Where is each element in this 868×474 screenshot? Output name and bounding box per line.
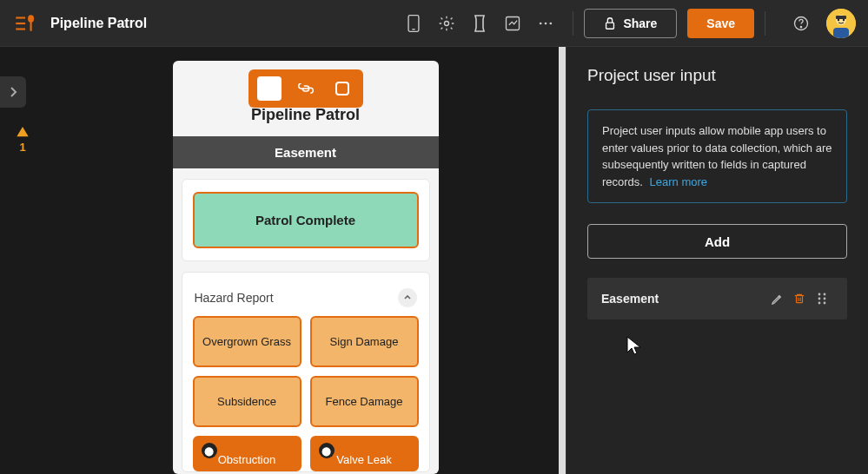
svg-point-18 [838,18,839,20]
svg-point-8 [540,22,542,24]
settings-icon[interactable] [432,9,461,38]
offline-icon[interactable] [465,9,494,38]
svg-point-28 [818,298,821,300]
divider [573,11,573,36]
svg-rect-20 [264,83,275,94]
help-icon[interactable] [786,9,816,38]
learn-more-link[interactable]: Learn more [650,175,707,188]
svg-rect-23 [797,296,803,303]
svg-point-19 [843,18,845,20]
hazard-chip-linked[interactable]: ⬤ Valve Leak [310,436,419,471]
app-logo[interactable] [12,11,36,36]
svg-point-29 [824,298,826,300]
svg-point-31 [824,302,826,305]
save-button[interactable]: Save [687,9,754,38]
more-icon[interactable] [531,9,560,38]
svg-point-10 [550,22,553,24]
analytics-icon[interactable] [498,9,527,38]
edit-icon[interactable] [765,293,788,306]
preview-section-bar[interactable]: Easement [173,136,439,168]
warning-indicator[interactable]: 1 [16,125,30,154]
share-label: Share [623,16,657,30]
project-title: Pipeline Patrol [50,16,147,31]
hazard-chip[interactable]: Overgrown Grass [193,316,301,367]
hazard-chip[interactable]: Subsidence [193,376,301,427]
hazard-chip[interactable]: Sign Damage [310,316,419,367]
preview-card-hazard: Hazard Report Overgrown Grass Sign Damag… [182,272,430,472]
expand-panel-button[interactable] [0,76,26,108]
tool-container-icon[interactable] [330,76,354,101]
tool-page-icon[interactable] [257,76,282,101]
svg-rect-22 [336,82,348,95]
hazard-chip[interactable]: Fence Damage [310,376,419,427]
input-item-name: Easement [601,292,765,306]
warning-count: 1 [19,141,25,154]
panel-title: Project user input [587,66,847,85]
drag-handle-icon[interactable] [811,292,833,306]
warning-icon [16,125,30,139]
svg-rect-17 [833,28,849,38]
svg-point-6 [445,21,449,25]
lock-icon [604,16,616,30]
add-input-button[interactable]: Add [587,224,847,259]
svg-point-30 [818,302,821,305]
save-label: Save [706,16,735,30]
canvas-toolbar [248,69,363,108]
divider [765,11,765,36]
svg-point-13 [800,26,801,27]
link-icon: ⬤ [319,443,335,458]
tool-link-icon[interactable] [294,76,318,101]
user-avatar[interactable] [826,9,856,38]
info-banner: Project user inputs allow mobile app use… [587,109,847,203]
delete-icon[interactable] [788,292,811,306]
left-gutter: 1 [0,47,45,474]
hazard-chip-linked[interactable]: ⬤ Obstruction [193,436,301,471]
info-text: Project user inputs allow mobile app use… [602,124,832,188]
device-preview-icon[interactable] [399,9,428,38]
hazard-section-label: Hazard Report [195,291,274,305]
svg-rect-16 [836,16,846,19]
preview-card-patrol: Patrol Complete [182,179,430,261]
svg-point-9 [545,22,547,24]
design-canvas[interactable]: Pipeline Patrol Easement Patrol Complete… [45,47,566,474]
svg-point-26 [818,293,821,296]
share-button[interactable]: Share [584,9,677,38]
input-list-item[interactable]: Easement [587,278,847,319]
link-icon: ⬤ [202,443,217,458]
svg-rect-11 [606,23,614,29]
phone-preview: Pipeline Patrol Easement Patrol Complete… [173,61,439,474]
svg-point-27 [824,293,826,296]
preview-patrol-button[interactable]: Patrol Complete [193,192,419,248]
properties-panel: Project user input Project user inputs a… [566,47,868,474]
collapse-icon[interactable] [398,288,417,307]
top-bar: Pipeline Patrol Share Save [0,0,868,47]
